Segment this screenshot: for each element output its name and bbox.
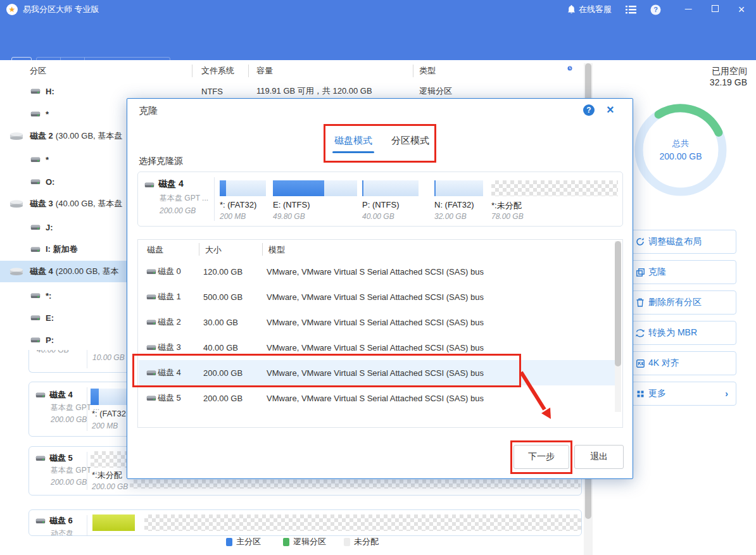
app-title: 易我分区大师 专业版 [23,4,99,15]
title-bar: ★ 易我分区大师 专业版 在线客服 ? ─ × [0,0,756,19]
disk-icon [146,293,156,301]
legend-logical: 逻辑分区 [283,536,326,547]
adjust-layout-button[interactable]: 调整磁盘布局 [631,230,736,254]
disk-icon [146,344,156,351]
disk-table-row-4-selected[interactable]: 磁盘 4 200.00 GB VMware, VMware Virtual S … [139,360,615,385]
next-button[interactable]: 下一步 [513,445,569,469]
convert-icon [632,329,648,337]
list-icon [626,6,636,14]
tab-partition-mode[interactable]: 分区模式 [391,135,429,147]
bell-icon [567,5,576,14]
svg-text:?: ? [653,6,658,13]
table-scrollbar-thumb[interactable] [615,241,621,366]
disk-icon [30,246,41,253]
fs-value: NTFS [201,87,223,96]
maximize-button[interactable] [705,3,724,16]
clone-dialog: 克隆 ? × 磁盘模式 分区模式 选择克隆源 磁盘 4 基本盘 GPT ... … [127,98,633,479]
disk-icon [35,454,46,462]
disk-icon [30,110,41,118]
disk-icon [146,268,156,275]
operations-list-button[interactable] [626,6,636,14]
online-service-button[interactable]: 在线客服 [567,4,612,15]
4k-align-button[interactable]: 4K 对齐 [631,351,736,375]
logical-color-swatch [283,538,289,546]
capacity-value: 119.91 GB 可用，共 120.00 GB [256,85,372,97]
unallocated-color-swatch [344,538,350,546]
maximize-icon [712,5,719,12]
used-space-label: 已用空间 32.19 GB [658,66,747,87]
header-disk: 磁盘 [147,244,163,256]
redo-button[interactable] [61,58,84,77]
delete-all-partitions-button[interactable]: 删除所有分区 [631,290,736,315]
disk-table-row-3[interactable]: 磁盘 3 40.00 GB VMware, VMware Virtual S S… [139,335,615,360]
more-button[interactable]: 更多 › [631,382,736,406]
redo-icon [68,63,78,72]
refresh-button[interactable] [11,57,32,77]
clone-source-disk[interactable]: 磁盘 4 基本盘 GPT ... 200.00 GB *: (FAT32) 20… [137,171,623,227]
legend-unallocated: 未分配 [344,536,379,547]
disk3d-icon [9,199,23,208]
disk-icon [144,181,154,189]
disk-table-row-0[interactable]: 磁盘 0 120.00 GB VMware, VMware Virtual S … [139,259,615,284]
chevron-right-icon: › [725,389,728,399]
disk6-card[interactable]: 磁盘 6 动态盘 [28,509,582,536]
source-partition-2: P: (NTFS) 40.00 GB [362,172,419,226]
legend-primary: 主分区 [226,536,261,547]
disk-icon [30,178,41,185]
clone-icon [512,61,522,72]
dialog-help-button[interactable]: ? [583,104,595,116]
simple-volume-bar [92,514,135,531]
close-button[interactable]: × [732,3,751,16]
disk-table-row-1[interactable]: 磁盘 1 500.00 GB VMware, VMware Virtual S … [139,284,615,309]
source-partition-3: N: (FAT32) 32.00 GB [434,172,483,226]
help-button[interactable]: ? [650,4,661,15]
disk-icon [146,318,156,326]
disk-table-row-5[interactable]: 磁盘 5 200.00 GB VMware, VMware Virtual S … [139,385,615,411]
disk-icon [35,517,46,525]
column-capacity: 容量 [256,65,273,77]
dialog-close-button[interactable]: × [607,104,614,115]
disk-icon [146,394,156,402]
pending-operations-button[interactable]: 没有待执行操作 [85,61,167,73]
disk-table: 磁盘 大小 模型 磁盘 0 120.00 GB VMware, VMware V… [137,239,623,428]
boot-disk-icon [629,61,639,71]
trash-icon [632,298,648,307]
disk-icon [30,156,41,163]
donut-center-label: 总共 200.00 GB [630,138,731,161]
disk-icon [30,223,41,231]
4k-align-icon [632,359,648,368]
app-logo-icon: ★ [6,4,18,15]
source-label: 选择克隆源 [139,156,183,167]
exit-button[interactable]: 退出 [574,445,624,469]
adjust-layout-icon [632,237,648,246]
disk-icon [146,369,156,377]
unallocated-bar [130,480,581,489]
disk-icon [30,87,41,95]
partition-recovery-icon [561,61,573,72]
source-partition-1: E: (NTFS) 49.80 GB [273,172,357,226]
disk-icon [30,336,41,344]
help-icon: ? [650,4,661,15]
convert-to-mbr-button[interactable]: 转换为 MBR [631,321,736,345]
column-filesystem: 文件系统 [201,65,234,77]
disk-icon [30,314,41,321]
pending-operations-label: 没有待执行操作 [101,61,159,73]
disk-icon [35,391,46,399]
table-scrollbar[interactable] [615,241,621,412]
clone-icon [632,268,648,277]
more-icon [632,390,648,397]
header-model: 模型 [268,244,285,256]
disk-table-row-2[interactable]: 磁盘 2 30.00 GB VMware, VMware Virtual S S… [139,309,615,335]
unallocated-bar [144,514,581,531]
source-partition-0: *: (FAT32) 200 MB [220,172,266,226]
column-type: 类型 [419,65,436,77]
primary-color-swatch [226,538,232,546]
column-partition: 分区 [30,65,46,77]
tab-disk-mode[interactable]: 磁盘模式 [334,135,372,147]
header-size: 大小 [205,244,222,256]
clone-disk-button[interactable]: 克隆 [631,260,736,284]
dialog-title: 克隆 [139,105,158,117]
refresh-icon [17,63,27,72]
clone-button[interactable]: 克隆 [512,60,545,72]
minimize-button[interactable]: ─ [679,3,698,16]
